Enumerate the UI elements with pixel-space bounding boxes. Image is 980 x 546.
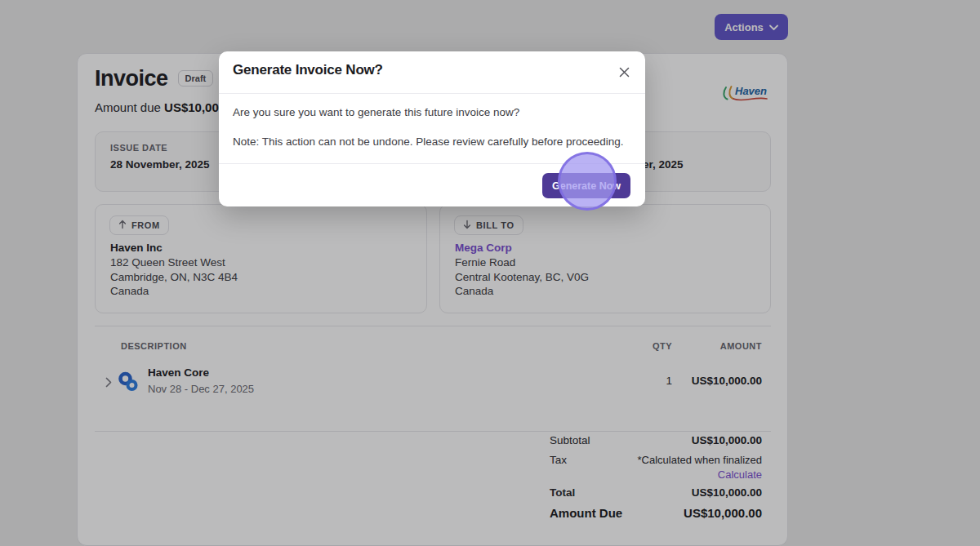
modal-header: Generate Invoice Now? [219,51,645,94]
modal-footer: Generate Now [219,164,645,206]
generate-invoice-modal: Generate Invoice Now? Are you sure you w… [219,51,645,206]
generate-now-button[interactable]: Generate Now [542,173,630,198]
close-icon[interactable] [615,63,633,81]
modal-body: Are you sure you want to generate this f… [219,94,645,164]
modal-title: Generate Invoice Now? [233,62,383,78]
modal-message: Are you sure you want to generate this f… [233,104,631,120]
modal-note: Note: This action can not be undone. Ple… [233,134,631,149]
